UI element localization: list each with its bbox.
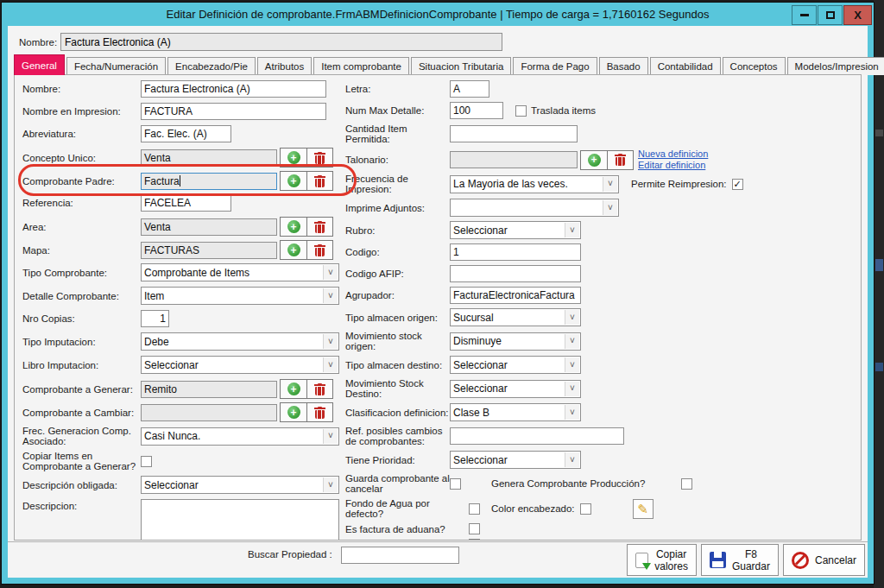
- comprobante-padre-value: Factura: [144, 175, 180, 187]
- clasificacion-definicion-label: Clasificacion definicion:: [345, 408, 450, 418]
- traslada-items-checkbox[interactable]: [515, 105, 527, 117]
- delete-button[interactable]: [306, 380, 332, 398]
- tab-modelos-impresion[interactable]: Modelos/Impresion: [787, 57, 884, 75]
- select-value: Seleccionar: [453, 359, 508, 371]
- referencia-input[interactable]: FACELEA: [141, 194, 231, 212]
- tab-encabezado-pie[interactable]: Encabezado/Pie: [167, 57, 256, 75]
- tipo-almacen-origen-select[interactable]: Sucursal˅: [450, 308, 581, 326]
- num-max-detalle-input[interactable]: 100: [450, 102, 503, 119]
- delete-button[interactable]: [306, 403, 332, 421]
- delete-button[interactable]: [306, 149, 332, 167]
- agrupador-input[interactable]: FacturaElectronicaFactura: [450, 287, 581, 304]
- permite-reimpresion-checkbox[interactable]: ✓: [732, 179, 743, 190]
- copiar-valores-button[interactable]: Copiarvalores: [627, 544, 697, 576]
- button-label: Guardar: [732, 560, 770, 572]
- tab-general[interactable]: General: [14, 54, 65, 75]
- delete-button[interactable]: [306, 218, 332, 236]
- talonario-input[interactable]: [450, 151, 578, 168]
- comprobante-cambiar-input[interactable]: [141, 404, 277, 421]
- maximize-button[interactable]: [818, 5, 843, 25]
- frecuencia-impresion-select[interactable]: La Mayoria de las veces.˅: [450, 175, 619, 193]
- nro-copias-input[interactable]: 1: [141, 310, 169, 327]
- detalle-comprobante-select[interactable]: Item˅: [141, 287, 339, 305]
- close-button[interactable]: X: [843, 5, 872, 25]
- ref-cambios-input[interactable]: [450, 427, 624, 445]
- add-button[interactable]: +: [281, 218, 306, 236]
- add-button[interactable]: +: [281, 149, 306, 167]
- header-nombre-input[interactable]: Factura Electronica (A): [60, 33, 502, 51]
- add-button[interactable]: +: [281, 380, 306, 398]
- codigo-afip-input[interactable]: [450, 265, 581, 282]
- add-button[interactable]: +: [281, 241, 306, 259]
- tab-fecha-numeracion[interactable]: Fecha/Numeración: [66, 57, 166, 75]
- cancel-icon: [792, 552, 809, 569]
- guardar-button[interactable]: F8Guardar: [701, 544, 779, 576]
- delete-button[interactable]: [306, 172, 332, 190]
- nombre-impresion-input[interactable]: FACTURA: [141, 103, 326, 120]
- dialog-window: Editar Definición de comprobante.FrmABMD…: [2, 3, 874, 584]
- cancelar-button[interactable]: Cancelar: [783, 544, 865, 576]
- descripcion-obligada-select[interactable]: Seleccionar˅: [141, 476, 339, 494]
- libro-imputacion-select[interactable]: Seleccionar˅: [141, 356, 339, 374]
- button-label: valores: [654, 560, 688, 572]
- es-factura-aduana-checkbox[interactable]: [469, 523, 480, 534]
- movimiento-stock-destino-select[interactable]: Seleccionar˅: [450, 380, 581, 398]
- imprime-adjuntos-select[interactable]: ˅: [450, 199, 619, 217]
- copy-values-icon: [635, 553, 648, 568]
- tab-forma-de-pago[interactable]: Forma de Pago: [513, 57, 597, 75]
- tiene-prioridad-select[interactable]: Seleccionar˅: [450, 451, 581, 469]
- cantidad-item-input[interactable]: [450, 125, 578, 142]
- rubro-select[interactable]: Seleccionar˅: [450, 221, 581, 239]
- delete-button[interactable]: [306, 241, 332, 259]
- minimize-button[interactable]: [792, 5, 817, 25]
- field-row-guarda-comprobante: Guarda comprobante al cancelar Genera Co…: [345, 473, 859, 494]
- add-button[interactable]: +: [281, 172, 306, 190]
- editar-definicion-link[interactable]: Editar definicion: [638, 160, 708, 171]
- concepto-unico-input[interactable]: Venta: [141, 149, 277, 167]
- tipo-comprobante-select[interactable]: Comprobante de Items˅: [141, 263, 339, 281]
- clasificacion-definicion-select[interactable]: Clase B˅: [450, 403, 581, 421]
- movimiento-stock-destino-label: Movimiento Stock Destino:: [345, 378, 450, 399]
- color-encabezado-checkbox[interactable]: [580, 503, 591, 515]
- frec-generacion-select[interactable]: Casi Nunca.˅: [141, 427, 339, 446]
- codigo-input[interactable]: 1: [450, 243, 581, 261]
- add-button[interactable]: +: [581, 151, 607, 169]
- tipo-almacen-destino-select[interactable]: Seleccionar˅: [450, 356, 581, 374]
- tipo-imputacion-select[interactable]: Debe˅: [141, 332, 339, 351]
- tab-basado[interactable]: Basado: [599, 57, 648, 75]
- delete-button[interactable]: [607, 151, 633, 169]
- select-value: Sucursal: [453, 312, 494, 324]
- color-picker-button[interactable]: ✎: [633, 499, 654, 519]
- descripcion-textarea[interactable]: [141, 499, 339, 541]
- tab-contabilidad[interactable]: Contabilidad: [650, 57, 721, 75]
- field-row-ref-cambios: Ref. posibles cambios de comprobantes:: [345, 426, 859, 446]
- comprobante-generar-input[interactable]: Remito: [141, 381, 277, 398]
- fondo-agua-checkbox[interactable]: [469, 503, 480, 515]
- field-row-comprobante-cambiar: Comprobante a Cambiar: +: [22, 402, 345, 422]
- letra-input[interactable]: A: [450, 80, 489, 98]
- area-input[interactable]: Venta: [141, 218, 277, 236]
- comprobante-padre-input[interactable]: Factura: [141, 173, 277, 190]
- field-row-clasificacion-definicion: Clasificacion definicion: Clase B˅: [345, 403, 859, 421]
- tab-item-comprobante[interactable]: Item comprobante: [313, 57, 409, 75]
- genera-produccion-checkbox[interactable]: [681, 478, 692, 490]
- actua-carpeta-checkbox[interactable]: [469, 539, 480, 541]
- movimiento-stock-origen-select[interactable]: Disminuye˅: [450, 332, 581, 351]
- tab-situacion-tributaria[interactable]: Situacion Tributaria: [411, 57, 511, 75]
- buscar-propiedad-input[interactable]: [341, 547, 459, 564]
- tiene-prioridad-label: Tiene Prioridad:: [345, 455, 450, 465]
- copiar-items-checkbox[interactable]: [141, 456, 152, 467]
- add-button[interactable]: +: [281, 403, 306, 421]
- guarda-comprobante-checkbox[interactable]: [450, 478, 461, 490]
- tab-atributos[interactable]: Atributos: [257, 57, 312, 75]
- abreviatura-input[interactable]: Fac. Elec. (A): [141, 125, 231, 142]
- mapa-input[interactable]: FACTURAS: [141, 242, 277, 259]
- nombre-input[interactable]: Factura Electronica (A): [141, 80, 326, 98]
- nombre-impresion-label: Nombre en Impresion:: [22, 106, 141, 117]
- field-row-descripcion-obligada: Descripción obligada: Seleccionar˅: [22, 476, 345, 494]
- tab-conceptos[interactable]: Conceptos: [723, 57, 786, 75]
- concepto-unico-label: Concepto Unico:: [22, 153, 141, 163]
- nueva-definicion-link[interactable]: Nueva definicion: [638, 149, 708, 160]
- buscar-propiedad-label: Buscar Propiedad :: [248, 549, 332, 560]
- field-row-letra: Letra: A: [345, 80, 859, 98]
